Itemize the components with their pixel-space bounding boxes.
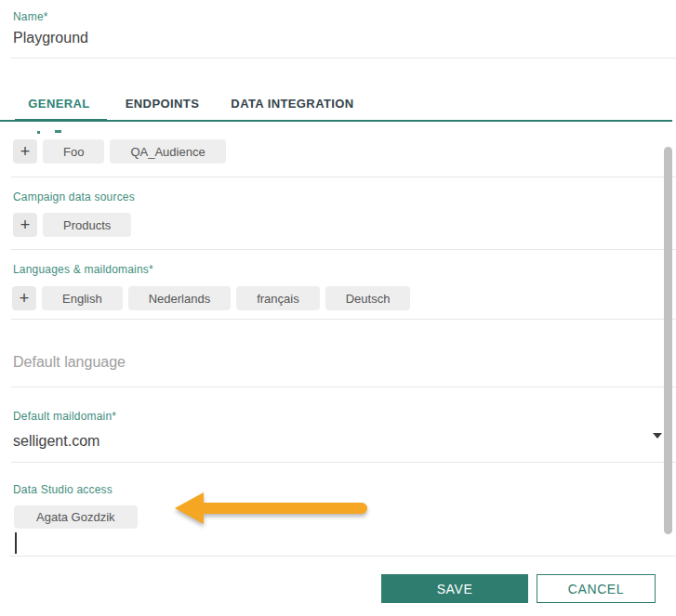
- name-input[interactable]: Playground: [13, 30, 88, 46]
- language-chip[interactable]: Deutsch: [325, 286, 411, 310]
- divider: [11, 387, 676, 387]
- chevron-down-icon[interactable]: [653, 433, 662, 439]
- data-studio-access-label: Data Studio access: [13, 483, 113, 496]
- vertical-scrollbar-thumb[interactable]: [664, 147, 672, 534]
- add-language-button[interactable]: +: [12, 286, 36, 310]
- add-audience-button[interactable]: +: [13, 139, 37, 164]
- languages-maildomains-label: Languages & maildomains*: [13, 263, 153, 276]
- divider: [9, 556, 676, 557]
- default-language-input[interactable]: [13, 348, 515, 376]
- clipped-text-fragment: [37, 131, 40, 134]
- divider: [11, 177, 676, 177]
- audience-chip[interactable]: Foo: [43, 139, 104, 164]
- languages-chip-row: + English Nederlands français Deutsch: [12, 286, 410, 310]
- language-chip[interactable]: Nederlands: [128, 286, 232, 310]
- plus-icon: +: [20, 287, 30, 309]
- plus-icon: +: [20, 140, 31, 163]
- audience-chip-row: + Foo QA_Audience: [13, 139, 226, 164]
- divider: [11, 249, 676, 250]
- default-maildomain-label: Default maildomain*: [13, 410, 116, 423]
- name-field-label: Name*: [13, 10, 48, 23]
- data-studio-access-row: Agata Gozdzik: [14, 505, 138, 529]
- default-maildomain-select[interactable]: selligent.com: [13, 433, 99, 450]
- divider: [11, 58, 676, 59]
- cancel-button[interactable]: CANCEL: [537, 574, 656, 603]
- clipped-text-fragment: [55, 130, 61, 133]
- tab-bar: GENERAL ENDPOINTS DATA INTEGRATION: [11, 86, 367, 120]
- campaign-data-sources-row: + Products: [13, 213, 131, 237]
- save-button[interactable]: SAVE: [381, 574, 528, 603]
- plus-icon: +: [20, 214, 31, 236]
- arrow-head: [175, 492, 204, 524]
- annotation-arrow-left-icon: [175, 492, 368, 524]
- data-studio-user-chip[interactable]: Agata Gozdzik: [14, 505, 138, 529]
- audience-chip[interactable]: QA_Audience: [110, 139, 225, 164]
- divider: [11, 462, 676, 463]
- tab-data-integration[interactable]: DATA INTEGRATION: [218, 86, 367, 120]
- active-tab-underline: [15, 119, 107, 122]
- tab-general[interactable]: GENERAL: [11, 86, 107, 120]
- divider: [11, 319, 676, 320]
- add-data-source-button[interactable]: +: [13, 213, 37, 237]
- language-chip[interactable]: français: [236, 286, 320, 310]
- tab-endpoints[interactable]: ENDPOINTS: [118, 86, 206, 120]
- arrow-tail: [202, 503, 367, 514]
- campaign-data-sources-label: Campaign data sources: [13, 190, 135, 203]
- data-source-chip[interactable]: Products: [43, 213, 131, 237]
- text-cursor: [15, 532, 17, 554]
- language-chip[interactable]: English: [42, 286, 123, 310]
